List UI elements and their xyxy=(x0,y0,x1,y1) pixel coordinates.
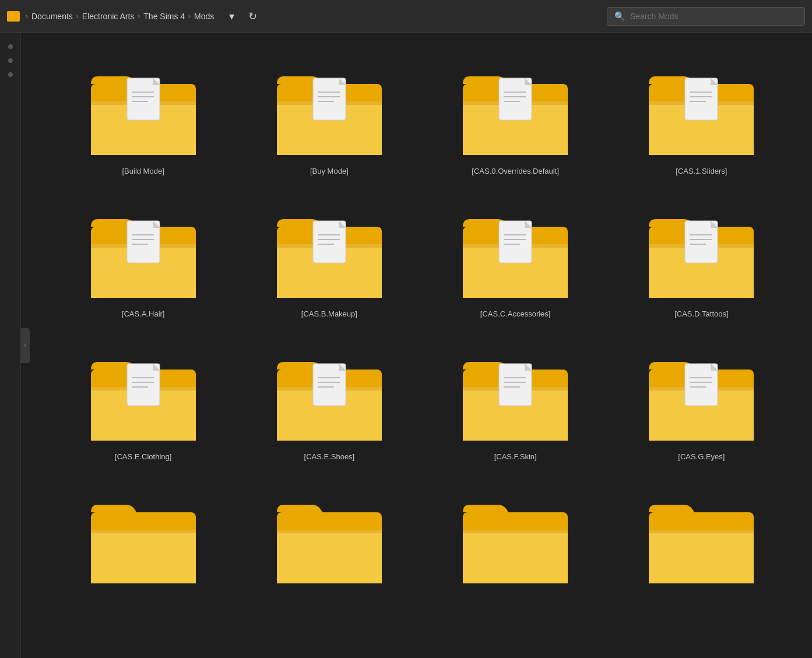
folder-item-cas-skin[interactable]: [CAS.F.Skin] xyxy=(428,342,603,467)
folder-item-buy-mode[interactable]: [Buy Mode] xyxy=(242,56,416,181)
folder-item-folder-16[interactable] xyxy=(614,484,789,601)
svg-rect-112 xyxy=(277,423,382,441)
folder-svg-folder-14 xyxy=(271,490,388,589)
folder-item-cas-sliders[interactable]: [CAS.1.Sliders] xyxy=(614,56,789,181)
folder-svg-cas-shoes xyxy=(271,347,388,446)
folder-svg-folder-13 xyxy=(85,490,202,589)
topbar-controls: ▾ ↻ xyxy=(224,8,262,25)
folder-svg-cas-clothing xyxy=(85,347,202,446)
folder-label-cas-clothing: [CAS.E.Clothing] xyxy=(115,452,172,461)
svg-rect-64 xyxy=(277,280,382,298)
search-area: 🔍 xyxy=(607,7,805,26)
folder-svg-cas-sliders xyxy=(643,62,760,161)
svg-rect-88 xyxy=(649,280,754,298)
folder-label-cas-tattoos: [CAS.D.Tattoos] xyxy=(674,309,728,318)
dropdown-button[interactable]: ▾ xyxy=(224,8,239,25)
breadcrumb-sep-0: › xyxy=(26,12,28,20)
breadcrumb-electronic-arts[interactable]: Electronic Arts xyxy=(82,12,134,21)
svg-rect-160 xyxy=(463,566,568,583)
svg-rect-136 xyxy=(649,423,754,441)
folder-item-cas-hair[interactable]: [CAS.A.Hair] xyxy=(56,199,230,324)
folder-label-cas-makeup: [CAS.B.Makeup] xyxy=(301,309,357,318)
svg-rect-149 xyxy=(91,530,196,533)
folder-item-cas-tattoos[interactable]: [CAS.D.Tattoos] xyxy=(614,199,789,324)
folder-item-cas-overrides[interactable]: [CAS.0.Overrides.Default] xyxy=(428,56,603,181)
folder-item-cas-accessories[interactable]: [CAS.C.Accessories] xyxy=(428,199,603,324)
folder-svg-cas-makeup xyxy=(271,205,388,304)
svg-rect-40 xyxy=(649,138,754,155)
breadcrumb-mods[interactable]: Mods xyxy=(194,12,214,21)
folder-label-cas-shoes: [CAS.E.Shoes] xyxy=(304,452,355,461)
svg-rect-124 xyxy=(463,423,568,441)
folder-svg-folder-15 xyxy=(457,490,574,589)
folder-label-cas-hair: [CAS.A.Hair] xyxy=(122,309,165,318)
sidebar-dot-3 xyxy=(8,72,13,77)
folder-label-buy-mode: [Buy Mode] xyxy=(310,167,349,175)
folder-svg-buy-mode xyxy=(271,62,388,161)
search-input[interactable] xyxy=(630,12,797,21)
svg-rect-52 xyxy=(91,280,196,298)
main-layout: ‹ xyxy=(0,33,812,658)
folder-svg-cas-accessories xyxy=(457,205,574,304)
folder-item-cas-makeup[interactable]: [CAS.B.Makeup] xyxy=(242,199,416,324)
folder-svg-build-mode xyxy=(85,62,202,161)
sidebar-dot-2 xyxy=(8,58,13,63)
svg-rect-166 xyxy=(649,566,754,583)
folder-label-cas-accessories: [CAS.C.Accessories] xyxy=(480,309,551,318)
breadcrumb-documents[interactable]: Documents xyxy=(31,12,73,21)
sidebar-collapse-button[interactable]: ‹ xyxy=(20,328,30,363)
folders-grid: [Build Mode] xyxy=(56,56,789,601)
svg-rect-161 xyxy=(463,530,568,533)
folder-icon xyxy=(7,11,20,22)
breadcrumb-sep-1: › xyxy=(76,12,79,20)
folder-svg-cas-skin xyxy=(457,347,574,446)
svg-rect-4 xyxy=(91,138,196,155)
breadcrumb-area: › Documents › Electronic Arts › The Sims… xyxy=(7,8,607,25)
breadcrumb-the-sims-4[interactable]: The Sims 4 xyxy=(143,12,185,21)
folder-item-folder-14[interactable] xyxy=(242,484,416,601)
svg-rect-76 xyxy=(463,280,568,298)
folder-item-cas-clothing[interactable]: [CAS.E.Clothing] xyxy=(56,342,230,467)
breadcrumb-sep-2: › xyxy=(138,12,140,20)
svg-rect-16 xyxy=(277,138,382,155)
content-area: [Build Mode] xyxy=(21,33,812,658)
svg-rect-167 xyxy=(649,530,754,533)
svg-rect-155 xyxy=(277,530,382,533)
folder-label-cas-eyes: [CAS.G.Eyes] xyxy=(678,452,725,461)
folder-item-cas-shoes[interactable]: [CAS.E.Shoes] xyxy=(242,342,416,467)
folder-svg-cas-hair xyxy=(85,205,202,304)
sidebar-dot-1 xyxy=(8,44,13,49)
topbar: › Documents › Electronic Arts › The Sims… xyxy=(0,0,812,33)
folder-label-cas-overrides: [CAS.0.Overrides.Default] xyxy=(472,167,559,175)
folder-item-cas-eyes[interactable]: [CAS.G.Eyes] xyxy=(614,342,789,467)
folder-svg-cas-overrides xyxy=(457,62,574,161)
folder-svg-cas-tattoos xyxy=(643,205,760,304)
folder-item-folder-13[interactable] xyxy=(56,484,230,601)
folder-label-cas-sliders: [CAS.1.Sliders] xyxy=(676,167,727,175)
folder-label-cas-skin: [CAS.F.Skin] xyxy=(494,452,537,461)
folder-item-folder-15[interactable] xyxy=(428,484,603,601)
folder-item-build-mode[interactable]: [Build Mode] xyxy=(56,56,230,181)
folder-svg-cas-eyes xyxy=(643,347,760,446)
svg-rect-28 xyxy=(463,138,568,155)
search-icon: 🔍 xyxy=(614,11,625,22)
sidebar: ‹ xyxy=(0,33,21,658)
folder-svg-folder-16 xyxy=(643,490,760,589)
breadcrumb-sep-3: › xyxy=(188,12,191,20)
svg-rect-148 xyxy=(91,566,196,583)
refresh-button[interactable]: ↻ xyxy=(244,8,262,25)
svg-rect-100 xyxy=(91,423,196,441)
svg-rect-154 xyxy=(277,566,382,583)
folder-label-build-mode: [Build Mode] xyxy=(122,167,164,175)
